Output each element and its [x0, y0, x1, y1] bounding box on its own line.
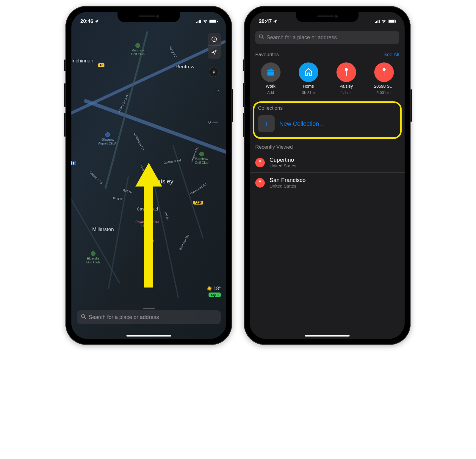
plus-icon: + [264, 119, 268, 128]
poi-glasgow-airport: Glasgow Airport (GLA) [98, 132, 118, 145]
svg-point-6 [82, 314, 85, 317]
search-sheet: Search for a place or address Favourites… [250, 12, 405, 339]
info-icon [211, 36, 217, 42]
location-arrow-icon [273, 19, 278, 24]
favourites-row: Work Add Home 3h 31m Paisley 1.1 mi [253, 62, 402, 95]
road-mill: Mill St [164, 211, 170, 220]
favourite-work[interactable]: Work Add [253, 62, 288, 95]
sun-icon: ☀️ [206, 286, 212, 291]
temperature: 18° [214, 286, 221, 291]
info-button[interactable] [208, 33, 221, 46]
favourite-home[interactable]: Home 3h 31m [291, 62, 326, 95]
svg-rect-15 [260, 161, 260, 165]
wifi-icon [381, 19, 386, 24]
road-hawkhead: Hawkhead Rd [190, 183, 207, 195]
home-indicator[interactable] [126, 335, 171, 337]
aqi-badge: AQI 1 [209, 293, 221, 297]
map-label-millarston: Millarston [92, 227, 114, 232]
compass-button[interactable] [209, 67, 219, 77]
recently-viewed-title: Recently Viewed [255, 144, 399, 150]
search-placeholder: Search for a place or address [267, 34, 337, 41]
recent-item-sanfrancisco[interactable]: San Francisco United States [250, 173, 405, 193]
notch [118, 12, 180, 22]
svg-marker-4 [213, 72, 215, 74]
poi-barshaw-golf: Barshaw Golf Club [195, 152, 209, 165]
road-ke: Ke [216, 89, 220, 93]
battery-icon [209, 20, 217, 23]
search-placeholder: Search for a place or address [89, 314, 159, 320]
poi-renfrew-golf: Renfrew Golf Club [131, 43, 145, 56]
see-all-link[interactable]: See All [383, 52, 399, 58]
screen-left: 20:46 Inchinnan Renfrew Paisley Millarst… [71, 12, 226, 339]
house-icon [299, 62, 318, 82]
road-inchinnan: Inchinnan Rd [133, 132, 145, 151]
signal-icon [196, 20, 201, 23]
status-time: 20:46 [80, 18, 93, 24]
signal-icon [375, 20, 380, 23]
home-indicator[interactable] [305, 335, 350, 337]
compass-icon [211, 69, 217, 75]
svg-line-9 [262, 37, 264, 39]
svg-marker-5 [135, 163, 162, 288]
road-king: King St [113, 196, 123, 201]
recent-item-cupertino[interactable]: Cupertino United States [250, 153, 405, 173]
badge-a726: A726 [193, 201, 203, 205]
favourites-title: Favourites [255, 52, 279, 58]
svg-point-10 [345, 68, 348, 71]
battery-icon [388, 20, 396, 23]
road-well: Well St [122, 188, 132, 194]
recently-viewed-list: Cupertino United States San Francisco Un… [250, 153, 405, 193]
road-queen: Queen [208, 120, 218, 124]
poi-elderslie-golf: Elderslie Golf Club [86, 251, 100, 264]
location-arrow-icon [94, 19, 99, 24]
collections-title: Collections [257, 105, 398, 114]
phone-frame-left: 20:46 Inchinnan Renfrew Paisley Millarst… [65, 6, 232, 345]
search-icon [259, 34, 264, 41]
pin-icon [255, 178, 265, 188]
pin-icon [255, 158, 265, 167]
badge-a8: A8 [98, 63, 104, 67]
new-collection-button[interactable]: + New Collection… [257, 114, 398, 133]
svg-rect-17 [260, 182, 260, 185]
svg-line-7 [84, 317, 86, 319]
road-barrhead: Barrhead Rd [178, 234, 189, 251]
road-greenhill: Greenhill Rd [89, 171, 103, 185]
collection-thumb-icon: + [258, 115, 275, 132]
wifi-icon [203, 19, 208, 24]
search-icon [81, 314, 86, 321]
briefcase-icon [261, 62, 281, 82]
collections-highlight: Collections + New Collection… [253, 101, 402, 139]
svg-rect-11 [346, 71, 347, 76]
badge-a737: ▮ [71, 161, 76, 165]
svg-marker-3 [213, 70, 215, 72]
favourite-paisley[interactable]: Paisley 1.1 mi [328, 62, 364, 95]
svg-point-12 [383, 68, 386, 71]
swipe-up-annotation [135, 163, 162, 289]
search-field[interactable]: Search for a place or address [77, 310, 221, 324]
locate-icon [211, 49, 217, 55]
pin-icon [374, 62, 394, 82]
locate-button[interactable] [208, 46, 221, 59]
favourite-20598[interactable]: 20598 S… 5,031 mi [366, 62, 402, 95]
weather-widget[interactable]: ☀️18° AQI 1 [206, 286, 221, 297]
new-collection-label: New Collection… [279, 120, 325, 127]
svg-point-2 [214, 38, 214, 38]
sheet-grabber[interactable] [143, 308, 155, 309]
screen-right: 20:47 Search for a place or address Favo… [250, 12, 405, 339]
status-time: 20:47 [259, 18, 272, 24]
svg-rect-13 [384, 71, 384, 76]
pin-icon [336, 62, 356, 82]
phone-frame-right: 20:47 Search for a place or address Favo… [244, 6, 411, 345]
notch [296, 12, 358, 22]
map-label-inchinnan: Inchinnan [71, 58, 93, 64]
map-controls [208, 33, 221, 59]
search-field[interactable]: Search for a place or address [255, 31, 399, 44]
road-ferry: Ferry Rd [168, 45, 178, 58]
map-label-renfrew: Renfrew [176, 64, 194, 70]
favourites-header: Favourites See All [255, 52, 399, 58]
svg-point-8 [259, 34, 263, 38]
